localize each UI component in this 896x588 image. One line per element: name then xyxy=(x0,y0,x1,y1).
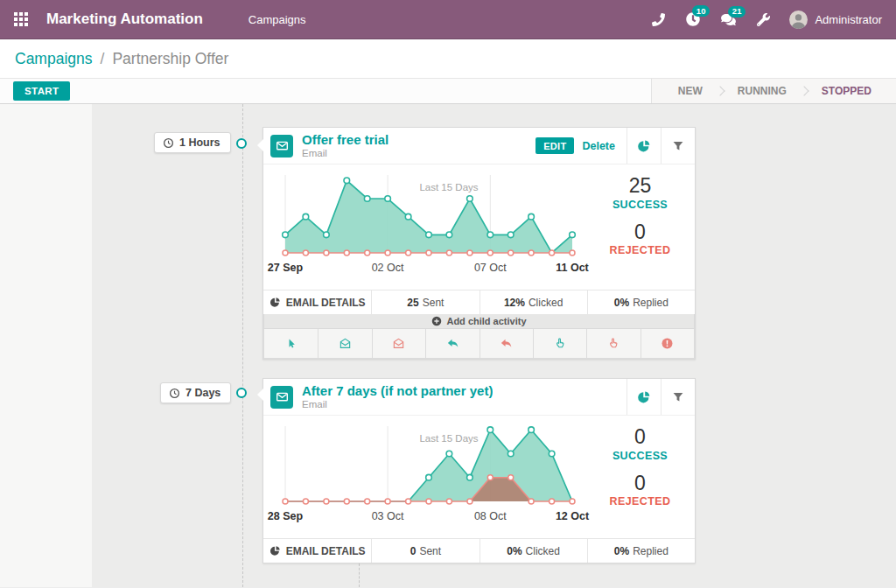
svg-text:11 Oct: 11 Oct xyxy=(556,262,589,274)
replied-stat[interactable]: 0%Replied xyxy=(587,290,695,314)
graph-toggle-button[interactable] xyxy=(626,379,661,415)
activity-title[interactable]: Offer free trial xyxy=(302,132,388,148)
child-timeline-dashed-line xyxy=(359,564,360,587)
reply-icon[interactable] xyxy=(480,329,533,358)
reply-icon[interactable] xyxy=(425,329,479,358)
delay-label: 7 Days xyxy=(186,387,220,399)
card-header: Offer free trial Email EDIT Delete xyxy=(263,128,695,164)
card-header: After 7 days (if not partner yet) Email xyxy=(263,379,695,416)
clicked-stat[interactable]: 0%Clicked xyxy=(480,539,587,563)
activity-chart: Last 15 Days27 Sep02 Oct07 Oct11 Oct xyxy=(263,164,600,290)
breadcrumb-separator: / xyxy=(101,50,105,68)
email-details-button[interactable]: EMAIL DETAILS xyxy=(263,539,371,563)
activity-title[interactable]: After 7 days (if not partner yet) xyxy=(302,383,493,399)
sent-stat[interactable]: 25Sent xyxy=(371,290,479,314)
success-count: 25 xyxy=(585,174,695,199)
timeline-dashed-line xyxy=(242,104,243,587)
filter-button[interactable] xyxy=(661,379,695,415)
canvas-left-strip xyxy=(0,104,92,587)
success-label: SUCCESS xyxy=(585,199,695,211)
activity-stats: 25 SUCCESS 0 REJECTED xyxy=(585,174,695,256)
svg-text:12 Oct: 12 Oct xyxy=(556,510,590,522)
stage-running[interactable]: RUNNING xyxy=(724,85,801,97)
rejected-count: 0 xyxy=(585,220,695,245)
chart-region: Last 15 Days27 Sep02 Oct07 Oct11 Oct 25 … xyxy=(263,164,695,290)
filter-icon xyxy=(672,140,684,152)
clicked-stat[interactable]: 12%Clicked xyxy=(480,290,587,314)
user-menu[interactable]: Administrator xyxy=(789,10,882,29)
email-details-button[interactable]: EMAIL DETAILS xyxy=(263,290,371,314)
messages-icon[interactable]: 21 xyxy=(721,13,736,26)
edit-button[interactable]: EDIT xyxy=(536,137,574,154)
card-titles: After 7 days (if not partner yet) Email xyxy=(302,383,493,411)
stage-new[interactable]: NEW xyxy=(664,85,717,97)
svg-text:27 Sep: 27 Sep xyxy=(268,262,304,274)
activities-clock-icon[interactable]: 10 xyxy=(686,12,700,26)
card-connector-arrow xyxy=(251,388,263,401)
sent-stat[interactable]: 0Sent xyxy=(371,539,479,563)
activity-type: Email xyxy=(302,399,493,411)
replied-stat[interactable]: 0%Replied xyxy=(587,539,695,563)
activities-count-badge: 10 xyxy=(692,5,710,17)
exclamation-circle-icon[interactable] xyxy=(640,329,694,358)
card-header-actions xyxy=(626,379,695,415)
stage-stopped[interactable]: STOPPED xyxy=(808,85,886,97)
delete-link[interactable]: Delete xyxy=(582,140,615,152)
delay-badge-1[interactable]: 1 Hours xyxy=(154,132,231,153)
svg-text:02 Oct: 02 Oct xyxy=(372,262,404,274)
add-child-activity-button[interactable]: Add child activity xyxy=(263,314,695,329)
pie-chart-icon xyxy=(270,297,281,308)
child-trigger-row xyxy=(263,329,695,359)
apps-grid-icon[interactable] xyxy=(14,12,28,26)
activity-chart: Last 15 Days28 Sep03 Oct08 Oct12 Oct xyxy=(263,416,600,538)
envelope-open-icon[interactable] xyxy=(318,329,371,358)
navbar-systray: 10 21 Administrator xyxy=(631,10,882,29)
phone-icon[interactable] xyxy=(652,13,665,26)
graph-toggle-button[interactable] xyxy=(626,128,661,164)
svg-text:03 Oct: 03 Oct xyxy=(372,510,404,522)
breadcrumb-link-campaigns[interactable]: Campaigns xyxy=(15,50,93,68)
card-footer: EMAIL DETAILS 25Sent 12%Clicked 0%Replie… xyxy=(263,290,695,314)
start-button[interactable]: START xyxy=(13,81,70,101)
email-icon xyxy=(270,135,293,158)
mouse-pointer-icon[interactable] xyxy=(264,329,318,358)
hand-pointer-icon[interactable] xyxy=(533,329,586,358)
filter-button[interactable] xyxy=(661,128,695,164)
rejected-label: REJECTED xyxy=(585,244,695,256)
delay-label: 1 Hours xyxy=(179,136,220,149)
pie-chart-icon xyxy=(637,139,651,153)
clock-icon xyxy=(163,137,174,149)
breadcrumb: Campaigns / Partnership Offer xyxy=(0,39,896,79)
timeline-node-1 xyxy=(236,138,247,149)
envelope-open-icon[interactable] xyxy=(372,329,425,358)
success-count: 0 xyxy=(585,425,695,450)
control-bar: START NEW RUNNING STOPPED xyxy=(0,79,896,104)
svg-text:Last 15 Days: Last 15 Days xyxy=(419,433,478,444)
activity-stats: 0 SUCCESS 0 REJECTED xyxy=(585,425,695,508)
tools-icon[interactable] xyxy=(757,13,770,26)
card-connector-arrow xyxy=(251,139,263,151)
email-icon xyxy=(270,386,293,409)
filter-icon xyxy=(672,391,684,403)
delay-badge-2[interactable]: 7 Days xyxy=(160,382,231,403)
activity-card-1: Offer free trial Email EDIT Delete Last … xyxy=(262,127,696,360)
activity-card-2: After 7 days (if not partner yet) Email … xyxy=(262,378,696,564)
rejected-count: 0 xyxy=(585,472,695,496)
pie-chart-icon xyxy=(637,390,651,404)
svg-text:08 Oct: 08 Oct xyxy=(474,510,507,522)
stage-widget: NEW RUNNING STOPPED xyxy=(651,79,896,103)
chart-region: Last 15 Days28 Sep03 Oct08 Oct12 Oct 0 S… xyxy=(263,416,695,538)
card-header-actions: EDIT Delete xyxy=(536,128,695,164)
top-navbar: Marketing Automation Campaigns 10 21 Adm… xyxy=(0,0,896,39)
activity-type: Email xyxy=(302,148,388,160)
app-title[interactable]: Marketing Automation xyxy=(46,10,203,28)
svg-text:Last 15 Days: Last 15 Days xyxy=(419,182,478,192)
breadcrumb-current: Partnership Offer xyxy=(112,50,228,68)
hand-pointer-icon[interactable] xyxy=(586,329,640,358)
success-label: SUCCESS xyxy=(585,450,695,462)
user-name: Administrator xyxy=(815,13,882,26)
svg-text:07 Oct: 07 Oct xyxy=(474,262,507,274)
clock-icon xyxy=(169,388,180,399)
menu-item-campaigns[interactable]: Campaigns xyxy=(248,13,306,26)
card-footer: EMAIL DETAILS 0Sent 0%Clicked 0%Replied xyxy=(263,538,695,563)
